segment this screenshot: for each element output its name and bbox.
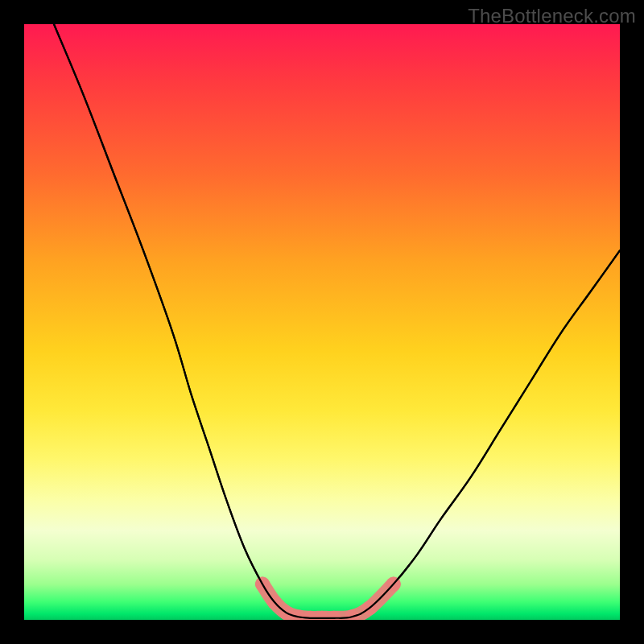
plot-area [24,24,620,620]
chart-svg [24,24,620,620]
chart-stage: TheBottleneck.com [0,0,644,644]
bottleneck-curve-overlay [54,24,620,618]
bottleneck-curve [54,24,620,618]
